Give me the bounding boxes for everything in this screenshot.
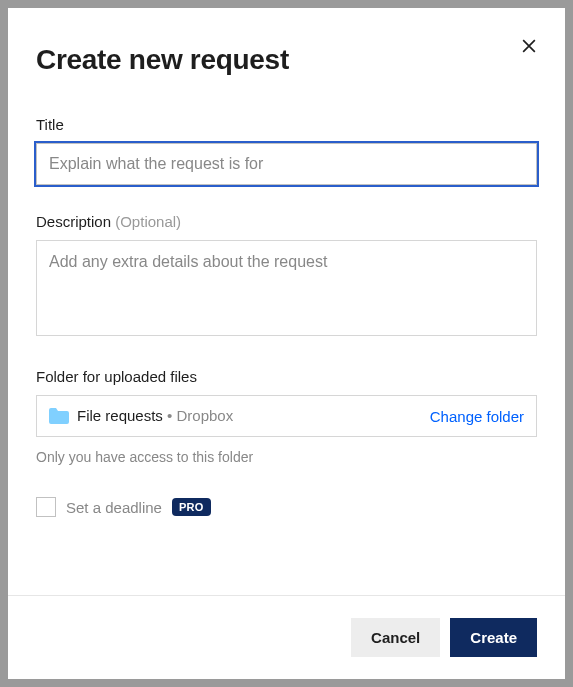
folder-path: Dropbox — [176, 407, 233, 424]
description-label-text: Description — [36, 213, 111, 230]
title-label: Title — [36, 116, 537, 133]
modal-footer: Cancel Create — [8, 595, 565, 679]
folder-box: File requests • Dropbox Change folder — [36, 395, 537, 437]
description-input[interactable] — [36, 240, 537, 336]
modal-body: Create new request Title Description (Op… — [8, 8, 565, 595]
deadline-checkbox[interactable] — [36, 497, 56, 517]
cancel-button[interactable]: Cancel — [351, 618, 440, 657]
title-input[interactable] — [36, 143, 537, 185]
close-button[interactable] — [515, 32, 543, 63]
folder-icon — [49, 408, 69, 424]
title-field-group: Title — [36, 116, 537, 185]
deadline-label: Set a deadline — [66, 499, 162, 516]
folder-field-group: Folder for uploaded files File requests … — [36, 368, 537, 437]
modal-title: Create new request — [36, 44, 289, 76]
close-icon — [519, 36, 539, 56]
optional-hint: (Optional) — [115, 213, 181, 230]
access-note: Only you have access to this folder — [36, 449, 537, 465]
deadline-row: Set a deadline PRO — [36, 497, 537, 517]
create-request-modal: Create new request Title Description (Op… — [8, 8, 565, 679]
create-button[interactable]: Create — [450, 618, 537, 657]
description-field-group: Description (Optional) — [36, 213, 537, 340]
folder-name: File requests — [77, 407, 163, 424]
folder-label: Folder for uploaded files — [36, 368, 537, 385]
change-folder-link[interactable]: Change folder — [430, 408, 524, 425]
folder-text-wrapper: File requests • Dropbox — [77, 407, 233, 425]
description-label: Description (Optional) — [36, 213, 537, 230]
modal-header: Create new request — [36, 36, 537, 76]
folder-separator: • — [163, 407, 177, 424]
pro-badge: PRO — [172, 498, 211, 516]
